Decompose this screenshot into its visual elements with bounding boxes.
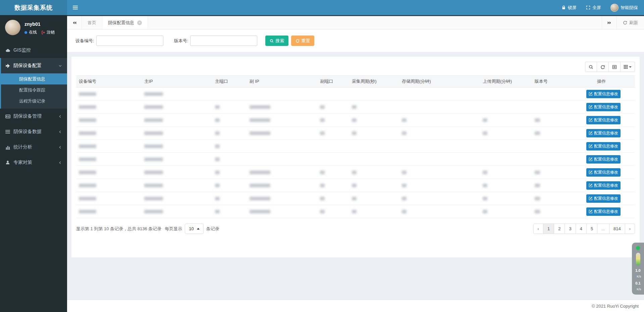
redacted-value: [215, 131, 220, 135]
chevron-left-icon: [58, 130, 62, 134]
columns-dropdown-button[interactable]: [620, 62, 635, 72]
edit-config-button[interactable]: 配置信息修改: [586, 103, 621, 111]
redacted-value: [144, 158, 163, 161]
logout-link[interactable]: 注销: [41, 29, 55, 35]
redacted-value: [79, 118, 96, 122]
fullscreen-button[interactable]: 全屏: [586, 5, 601, 11]
tabs-scroll-right-button[interactable]: [602, 16, 616, 29]
redacted-value: [483, 197, 487, 200]
expand-icon: [586, 5, 590, 10]
reset-button[interactable]: 重置: [291, 36, 314, 46]
sidebar-item-gis-monitor[interactable]: GIS监控: [0, 43, 67, 58]
table-cell: [142, 101, 212, 114]
sidebar-item-statistics[interactable]: 统计分析: [0, 139, 67, 155]
table-edge-cell: [620, 127, 635, 140]
redacted-value: [215, 171, 220, 174]
table-row: 配置信息修改: [76, 192, 635, 205]
refresh-tab-button[interactable]: 刷新: [616, 16, 644, 29]
edit-config-button[interactable]: 配置信息修改: [586, 142, 621, 150]
close-tab-icon[interactable]: ×: [137, 20, 142, 25]
action-cell: 配置信息修改: [584, 205, 620, 218]
prev-page-button[interactable]: ‹: [533, 224, 543, 234]
tab-home[interactable]: 首页: [82, 16, 102, 29]
table-cell: [480, 166, 532, 179]
page-button[interactable]: 3: [565, 224, 576, 234]
table-cell: [247, 205, 318, 218]
sidebar-toggle-button[interactable]: [67, 0, 83, 15]
redacted-value: [320, 131, 325, 135]
table-cell: [212, 192, 247, 205]
redacted-value: [402, 210, 407, 213]
page-ellipsis: ...: [597, 224, 609, 234]
lock-screen-button[interactable]: 锁屏: [561, 5, 577, 11]
table-cell: [76, 205, 142, 218]
version-input[interactable]: [190, 36, 257, 46]
page-size-select[interactable]: 10: [185, 224, 203, 234]
tab-config-info[interactable]: 阴保配置信息 ×: [102, 16, 148, 29]
avatar[interactable]: [5, 20, 20, 35]
app-logo[interactable]: 数据采集系统: [0, 0, 67, 15]
double-left-icon: [72, 20, 77, 25]
pagination: ‹12345...814›: [533, 224, 635, 234]
user-menu[interactable]: 智能阴保: [610, 4, 638, 12]
table-cell: [317, 87, 349, 101]
detail-view-button[interactable]: [608, 62, 621, 72]
table-cell: [212, 87, 247, 101]
redacted-value: [250, 210, 270, 213]
redacted-value: [79, 105, 96, 109]
column-header: 主端口: [212, 76, 247, 87]
redacted-value: [402, 197, 407, 200]
table-cell: [532, 153, 584, 166]
edit-config-button[interactable]: 配置信息修改: [586, 129, 621, 137]
page-button[interactable]: 5: [586, 224, 597, 234]
page-button[interactable]: 2: [554, 224, 565, 234]
page-button[interactable]: 814: [609, 224, 625, 234]
sidebar-item-expert-advice[interactable]: 专家对策: [0, 155, 67, 170]
upload-speed: 1.0: [635, 269, 640, 272]
redacted-value: [320, 197, 325, 200]
table-cell: [142, 114, 212, 127]
edit-config-button[interactable]: 配置信息修改: [586, 181, 621, 190]
edit-config-button[interactable]: 配置信息修改: [586, 116, 621, 124]
up-arrow-icon: ↑: [635, 275, 637, 278]
redacted-value: [535, 197, 540, 200]
edit-config-button[interactable]: 配置信息修改: [586, 155, 621, 164]
sidebar-item-device-manage[interactable]: 阴保设备管理: [0, 109, 67, 124]
edit-config-button[interactable]: 配置信息修改: [586, 90, 621, 98]
edit-config-button[interactable]: 配置信息修改: [586, 207, 621, 216]
device-no-input[interactable]: [96, 36, 163, 46]
redacted-value: [144, 131, 163, 135]
table-cell: [480, 192, 532, 205]
page-button[interactable]: 4: [576, 224, 587, 234]
table-cell: [349, 87, 399, 101]
table-cell: [349, 205, 399, 218]
redacted-value: [402, 131, 407, 135]
detail-view-icon: [612, 65, 617, 69]
search-button[interactable]: 搜索: [265, 36, 288, 46]
refresh-table-button[interactable]: [597, 62, 609, 72]
toggle-search-button[interactable]: [585, 62, 597, 72]
sidebar-item-device-data[interactable]: 阴保设备数据: [0, 124, 67, 139]
table-cell: [142, 192, 212, 205]
table-cell: [317, 153, 349, 166]
table-cell: [399, 166, 480, 179]
tabs-scroll-left-button[interactable]: [67, 16, 82, 29]
download-speed: 0.1: [635, 282, 640, 285]
sidebar-item-device-config[interactable]: 阴保设备配置: [1, 58, 67, 73]
table-cell: [76, 153, 142, 166]
net-speed-widget[interactable]: 1.0 ↑K/s 0.1 ↓K/s: [632, 243, 644, 295]
table-cell: [212, 101, 247, 114]
table-cell: [349, 114, 399, 127]
redacted-value: [79, 158, 96, 161]
chevron-left-icon: [58, 161, 62, 165]
sidebar-item-config-command-trace[interactable]: 配置指令跟踪: [1, 84, 67, 96]
sidebar: znyb01 在线 注销 GIS监控: [0, 15, 67, 312]
redacted-value: [320, 210, 325, 213]
sidebar-item-remote-upgrade-log[interactable]: 远程升级记录: [1, 96, 67, 107]
page-button[interactable]: 1: [543, 224, 554, 234]
redacted-value: [352, 105, 357, 109]
sidebar-item-config-info[interactable]: 阴保配置信息: [0, 73, 67, 84]
next-page-button[interactable]: ›: [625, 224, 635, 234]
edit-config-button[interactable]: 配置信息修改: [586, 194, 621, 203]
edit-config-button[interactable]: 配置信息修改: [586, 168, 621, 177]
